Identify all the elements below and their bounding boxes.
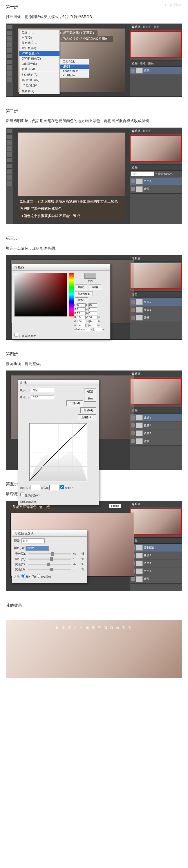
ok-button[interactable]: 确定 xyxy=(75,284,87,290)
k-input[interactable] xyxy=(93,328,102,331)
y-input[interactable] xyxy=(88,324,97,327)
layer-row[interactable]: 曲线 1 xyxy=(130,552,182,559)
tool-icon[interactable] xyxy=(7,157,12,163)
tool-icon[interactable] xyxy=(7,175,12,180)
layer-tab[interactable]: 路径 xyxy=(148,61,154,65)
layer-row[interactable]: 图层 1 xyxy=(130,306,182,314)
tool-icon[interactable] xyxy=(7,30,12,35)
layer-row[interactable]: 背景 xyxy=(130,437,182,445)
layer-row[interactable]: 图层 2 xyxy=(130,560,182,567)
tool-icon[interactable] xyxy=(7,140,12,145)
submenu-item[interactable]: 工作RGB xyxy=(60,59,89,64)
magenta-slider[interactable] xyxy=(29,559,71,560)
submenu[interactable]: 工作RGB sRGB Adobe RGB ProPhoto xyxy=(60,59,89,78)
navigator-thumbnail[interactable] xyxy=(130,31,182,58)
nav-tab[interactable]: 信息 xyxy=(154,25,159,29)
relative-radio[interactable] xyxy=(22,574,25,578)
tool-icon[interactable] xyxy=(7,128,12,134)
layer-row[interactable]: 背景 xyxy=(130,576,182,583)
tool-icon[interactable] xyxy=(7,181,12,186)
hex-input[interactable] xyxy=(76,328,90,331)
submenu-item[interactable]: Adobe RGB xyxy=(60,69,89,73)
nav-tab[interactable]: 直方图 xyxy=(143,129,151,133)
preview-checkbox[interactable] xyxy=(60,485,64,489)
input-input[interactable] xyxy=(49,485,60,490)
nav-tab[interactable]: 导航器 xyxy=(132,502,141,506)
menu-item[interactable]: Lab 颜色(L) xyxy=(20,61,60,66)
smooth-button[interactable]: 平滑(M) xyxy=(67,400,83,406)
tool-icon[interactable] xyxy=(7,36,12,41)
menu-item-rgb[interactable]: RGB 颜色(R) xyxy=(20,51,60,56)
preset-select[interactable]: 自定 xyxy=(31,388,54,393)
layer-tab[interactable]: 图层 xyxy=(132,165,138,169)
mode-menu[interactable]: 位图(B)... 灰度(G) 双色调(D)... 索引颜色(I)... RGB … xyxy=(19,30,60,94)
l-input[interactable] xyxy=(88,303,97,307)
layer-row[interactable]: 图层 1 xyxy=(130,178,182,185)
navigator-thumbnail[interactable] xyxy=(130,263,182,289)
cancel-button[interactable]: 取消 xyxy=(89,284,101,290)
cancel-button[interactable]: 复位 xyxy=(84,396,96,402)
menu-item[interactable]: 位图(B)... xyxy=(20,30,60,35)
tool-icon[interactable] xyxy=(7,48,12,53)
b2-input[interactable] xyxy=(88,311,97,315)
g-input[interactable] xyxy=(77,320,86,323)
layer-row[interactable]: 背景 xyxy=(130,314,182,321)
navigator-thumbnail[interactable] xyxy=(130,135,182,161)
tool-icon[interactable] xyxy=(7,77,12,82)
menu-item[interactable]: 灰度(G) xyxy=(20,35,60,40)
ok-button[interactable]: 确定 xyxy=(84,389,96,394)
nav-tab[interactable]: 导航器 xyxy=(132,129,141,133)
menu-item[interactable]: 索引颜色(I)... xyxy=(20,45,60,51)
tool-icon[interactable] xyxy=(7,169,12,174)
layer-row[interactable]: 图层 1 xyxy=(130,567,182,575)
tool-icon[interactable] xyxy=(7,152,12,157)
layer-row[interactable]: 图层 1 xyxy=(130,430,182,437)
preset-select[interactable]: 自定 xyxy=(22,538,45,544)
blend-mode-select[interactable]: 滤色 xyxy=(131,172,154,176)
tool-icon[interactable] xyxy=(7,24,12,30)
output-input[interactable] xyxy=(30,485,40,490)
hue-strip[interactable] xyxy=(69,273,74,316)
tool-icon[interactable] xyxy=(7,163,12,168)
color-gradient[interactable] xyxy=(14,273,67,316)
submenu-item[interactable]: ProPhoto xyxy=(60,73,89,78)
menu-item[interactable]: 颜色表(T)... xyxy=(20,89,60,94)
layer-row[interactable]: 背景 xyxy=(130,185,182,193)
h-input[interactable] xyxy=(77,303,85,307)
cyan-slider[interactable] xyxy=(29,553,71,554)
absolute-radio[interactable] xyxy=(37,574,40,578)
color-lib-button[interactable]: 颜色库 xyxy=(75,297,88,302)
m-input[interactable] xyxy=(89,320,98,323)
black-slider[interactable] xyxy=(29,569,71,570)
show-clipping-checkbox[interactable] xyxy=(20,493,24,496)
layer-tab[interactable]: 图层 xyxy=(132,61,138,65)
web-only-checkbox[interactable] xyxy=(14,333,18,337)
layer-row[interactable]: 图层 2 xyxy=(130,298,182,306)
tool-icon[interactable] xyxy=(7,54,12,59)
navigator-thumbnail[interactable] xyxy=(130,378,182,404)
menu-item[interactable]: 双色调(D)... xyxy=(20,40,60,45)
c-input[interactable] xyxy=(89,316,98,319)
curves-graph[interactable] xyxy=(29,423,87,481)
menu-item[interactable]: 16 位/通道(N) xyxy=(20,78,60,83)
yellow-slider[interactable] xyxy=(29,564,71,565)
tool-icon[interactable] xyxy=(7,134,12,140)
channel-select[interactable]: RGB xyxy=(31,395,54,399)
add-swatch-button[interactable]: 添加到色板 xyxy=(75,291,93,296)
menu-item[interactable]: 多通道(M) xyxy=(20,66,60,72)
tool-icon[interactable] xyxy=(7,71,12,76)
submenu-item-srgb[interactable]: sRGB xyxy=(60,64,89,69)
layer-row[interactable]: 图层 2 xyxy=(130,422,182,429)
options-button[interactable]: 选项(T)... xyxy=(78,414,96,420)
nav-tab[interactable]: 导航器 xyxy=(132,25,141,29)
layer-row[interactable]: 背景 xyxy=(130,67,182,74)
visibility-icon[interactable] xyxy=(131,577,135,581)
layer-tab[interactable]: 通道 xyxy=(140,61,146,65)
tool-icon[interactable] xyxy=(7,146,12,151)
b-input[interactable] xyxy=(77,311,85,315)
visibility-icon[interactable] xyxy=(131,187,135,191)
menu-item[interactable]: 32 位/通道(H) xyxy=(20,83,60,88)
layer-row[interactable]: 曲线 1 xyxy=(130,414,182,421)
r-input[interactable] xyxy=(77,316,85,319)
visibility-icon[interactable] xyxy=(131,179,135,183)
